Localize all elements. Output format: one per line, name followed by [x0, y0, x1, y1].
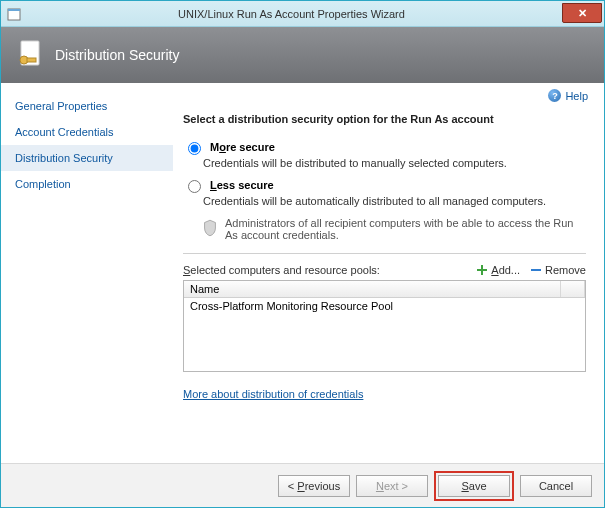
nav-panel: General Properties Account Credentials D…: [1, 83, 173, 463]
radio-less-secure[interactable]: [188, 180, 201, 193]
body: General Properties Account Credentials D…: [1, 83, 604, 463]
admin-note: Administrators of all recipient computer…: [203, 217, 586, 241]
shield-icon: [203, 217, 217, 239]
cancel-button[interactable]: Cancel: [520, 475, 592, 497]
computers-grid: Name Cross-Platform Monitoring Resource …: [183, 280, 586, 372]
save-highlight: Save: [434, 471, 514, 501]
option-more-secure[interactable]: More secure: [183, 141, 586, 155]
nav-item-account-credentials[interactable]: Account Credentials: [1, 119, 173, 145]
close-button[interactable]: ✕: [562, 3, 602, 23]
banner-heading: Distribution Security: [55, 47, 180, 63]
option-less-secure-title: Less secure: [210, 179, 274, 191]
plus-icon: [476, 264, 488, 276]
add-button[interactable]: Add...: [476, 264, 520, 276]
titlebar: UNIX/Linux Run As Account Properties Wiz…: [1, 1, 604, 27]
nav-item-completion[interactable]: Completion: [1, 171, 173, 197]
radio-more-secure[interactable]: [188, 142, 201, 155]
svg-rect-1: [8, 9, 20, 11]
list-actions: Add... Remove: [476, 264, 586, 276]
help-link[interactable]: ? Help: [548, 89, 588, 102]
wizard-window: UNIX/Linux Run As Account Properties Wiz…: [0, 0, 605, 508]
banner: Distribution Security: [1, 27, 604, 83]
save-button[interactable]: Save: [438, 475, 510, 497]
previous-button[interactable]: < Previous: [278, 475, 350, 497]
help-icon: ?: [548, 89, 561, 102]
divider: [183, 253, 586, 254]
option-less-secure-desc: Credentials will be automatically distri…: [203, 195, 586, 207]
help-label: Help: [565, 90, 588, 102]
more-info-link[interactable]: More about distribution of credentials: [183, 388, 363, 400]
window-title: UNIX/Linux Run As Account Properties Wiz…: [21, 8, 562, 20]
footer: < Previous Next > Save Cancel: [1, 463, 604, 507]
col-spacer: [561, 281, 585, 297]
grid-header: Name: [184, 281, 585, 298]
option-less-secure[interactable]: Less secure: [183, 179, 586, 193]
list-header-row: Selected computers and resource pools: A…: [183, 264, 586, 276]
next-button: Next >: [356, 475, 428, 497]
nav-item-distribution-security[interactable]: Distribution Security: [1, 145, 173, 171]
page-icon: [15, 40, 45, 70]
col-name[interactable]: Name: [184, 281, 561, 297]
nav-item-general-properties[interactable]: General Properties: [1, 93, 173, 119]
content-panel: ? Help Select a distribution security op…: [173, 83, 604, 463]
list-label: Selected computers and resource pools:: [183, 264, 380, 276]
minus-icon: [530, 264, 542, 276]
instruction-text: Select a distribution security option fo…: [183, 113, 586, 125]
option-more-secure-desc: Credentials will be distributed to manua…: [203, 157, 586, 169]
table-row[interactable]: Cross-Platform Monitoring Resource Pool: [184, 298, 585, 314]
svg-rect-4: [27, 58, 36, 62]
remove-button[interactable]: Remove: [530, 264, 586, 276]
app-icon: [7, 7, 21, 21]
admin-note-text: Administrators of all recipient computer…: [225, 217, 586, 241]
option-more-secure-title: More secure: [210, 141, 275, 153]
